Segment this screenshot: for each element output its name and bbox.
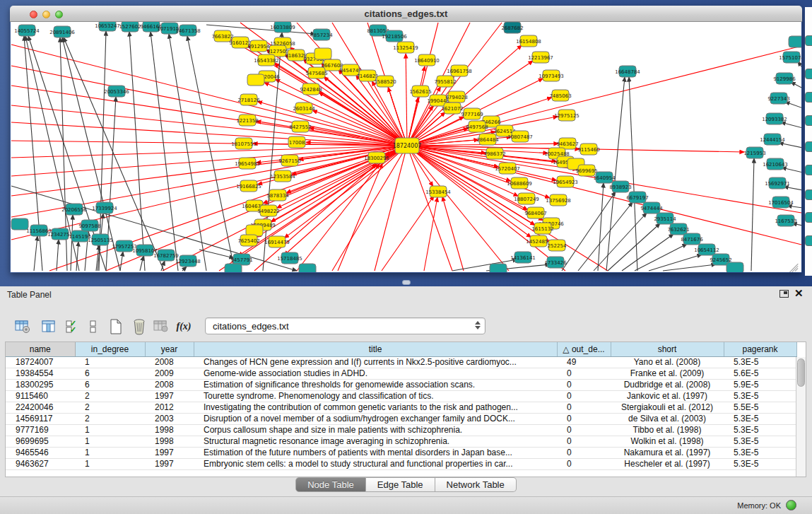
table-scrollbar[interactable] (796, 357, 806, 477)
network-canvas[interactable]: 7663822916012389129541522605891275051654… (11, 22, 801, 272)
table-cell: 2 (75, 390, 145, 402)
table-toolbar: ✓✓ f(x) citations_edges.txt (0, 313, 812, 341)
graph-node-label: 2603144 (293, 106, 315, 112)
new-column-icon[interactable] (106, 316, 126, 337)
table-row[interactable]: 946554611997Estimation of the future num… (6, 447, 796, 458)
graph-node[interactable] (247, 74, 264, 86)
table-selector-dropdown[interactable]: citations_edges.txt (205, 317, 486, 334)
network-window-titlebar[interactable]: citations_edges.txt (10, 6, 802, 22)
graph-node-label: 1621072 (441, 106, 463, 112)
table-panel: Table Panel ✕ ✓✓ f(x) citations_edges.t (0, 286, 812, 514)
dropdown-stepper-icon (475, 321, 481, 329)
graph-node[interactable] (726, 262, 743, 272)
column-header-title[interactable]: title (194, 342, 557, 356)
graph-node-label: 1527602 (119, 24, 141, 30)
memory-status-label: Memory: OK (737, 501, 781, 510)
graph-node-label: 12213967 (528, 55, 553, 61)
column-header-in_degree[interactable]: in_degree (75, 342, 145, 356)
graph-node-label: 16782759 (153, 253, 179, 259)
graph-node-label: 20206556 (61, 207, 87, 213)
table-row[interactable]: 969969511998Structural magnetic resonanc… (6, 436, 796, 447)
graph-node-label: 6794028 (445, 95, 467, 100)
cytoscape-desktop: citations_edges.txt 76638229160123891295… (0, 0, 812, 286)
delete-table-icon[interactable] (151, 316, 171, 337)
graph-node-label: 18107553 (231, 141, 257, 147)
graph-node[interactable] (314, 48, 331, 59)
graph-node[interactable] (225, 264, 242, 272)
table-row[interactable]: 1830029562008Estimation of significance … (6, 379, 796, 390)
table-cell: 2 (75, 413, 145, 424)
table-cell: 1 (75, 356, 145, 368)
column-header-name[interactable]: name (6, 342, 75, 356)
table-cell: Embryonic stem cells: a model to study s… (194, 458, 557, 469)
split-divider-handle[interactable] (402, 280, 411, 285)
graph-node-label: 19218506 (382, 34, 407, 40)
column-header-out_de[interactable]: △ out_de... (557, 342, 611, 356)
graph-node-label: 7857234 (310, 33, 333, 38)
table-row[interactable]: 1872400712008Changes of HCN gene express… (6, 356, 796, 368)
graph-node-label: 12353584 (270, 174, 295, 180)
tab-node-table[interactable]: Node Table (295, 477, 366, 492)
table-scrollbar-thumb[interactable] (797, 358, 805, 387)
table-cell: 0 (557, 402, 611, 413)
table-cell: 5.6E-5 (724, 368, 796, 379)
table-cell: 5.3E-5 (724, 458, 796, 469)
graph-node-label: 15751074 (779, 55, 801, 61)
float-panel-icon[interactable] (779, 290, 789, 298)
table-cell: 9777169 (6, 424, 75, 436)
table-cell: Tibbo et al. (1998) (611, 424, 724, 436)
delete-column-icon[interactable] (129, 316, 149, 337)
column-header-short[interactable]: short (611, 342, 724, 356)
graph-node-label: 17016504 (768, 200, 794, 206)
function-builder-icon[interactable]: f(x) (174, 316, 194, 337)
table-row[interactable]: 911546021997Tourette syndrome. Phenomeno… (6, 390, 796, 402)
table-row[interactable]: 977716911998Corpus callosum shape and si… (6, 424, 796, 436)
graph-node-label: 18724007 (393, 143, 422, 149)
graph-node-label: 18640910 (414, 58, 440, 64)
table-cell: Yano et al. (2008) (611, 356, 724, 368)
window-resize-grip[interactable] (789, 259, 800, 271)
graph-node-label: 10025488 (544, 151, 570, 157)
graph-node-label: 9684067 (524, 211, 546, 216)
background-graph-node (805, 212, 812, 223)
table-cell: 1 (75, 424, 145, 436)
graph-node[interactable] (490, 264, 507, 272)
column-header-pagerank[interactable]: pagerank (724, 342, 796, 356)
select-all-icon[interactable]: ✓✓ (62, 316, 82, 337)
table-row[interactable]: 1938455462009Genome-wide association stu… (6, 368, 796, 379)
table-row[interactable]: 1456911722003Disruption of a novel membe… (6, 413, 796, 424)
graph-node-label: 18807249 (514, 197, 539, 202)
clear-selection-icon[interactable] (83, 316, 103, 337)
graph-node-label: 17339924 (92, 206, 117, 211)
table-cell: 9463627 (6, 458, 75, 469)
graph-node-label: 6497568 (466, 124, 488, 130)
tab-network-table[interactable]: Network Table (435, 477, 517, 492)
citation-network-graph[interactable]: 7663822916012389129541522605891275051654… (11, 22, 801, 272)
graph-node-label: 9474444 (640, 206, 663, 211)
table-mode-icon[interactable] (13, 316, 33, 337)
graph-node[interactable] (789, 36, 801, 47)
table-cell: 2008 (145, 379, 194, 390)
column-header-year[interactable]: year (145, 342, 194, 356)
close-panel-icon[interactable]: ✕ (794, 287, 804, 300)
select-columns-icon[interactable] (39, 316, 59, 337)
table-row[interactable]: 2242004622012Investigating the contribut… (6, 402, 796, 413)
graph-node[interactable] (299, 264, 316, 272)
table-cell: Franke et al. (2009) (611, 368, 724, 379)
background-graph-node (805, 92, 812, 103)
background-graph-node (805, 235, 812, 246)
tab-edge-table[interactable]: Edge Table (366, 477, 435, 492)
table-cell: 1998 (145, 436, 194, 447)
graph-node-label: 19166825 (236, 184, 261, 189)
graph-node-label: 8454749 (339, 68, 361, 74)
graph-node-label: 252254 (548, 243, 567, 249)
graph-node-label: 1167533 (775, 218, 796, 224)
graph-node-label: 10653247 (95, 23, 120, 29)
table-cell: 5.3E-5 (724, 447, 796, 458)
table-cell: 0 (557, 368, 611, 379)
graph-node-label: 12505135 (88, 238, 113, 243)
graph-node-label: 9777169 (461, 112, 483, 117)
graph-node-label: 6679197 (626, 195, 648, 201)
table-row[interactable]: 946362711997Embryonic stem cells: a mode… (6, 458, 796, 469)
graph-node-label: 2935114 (654, 216, 676, 222)
